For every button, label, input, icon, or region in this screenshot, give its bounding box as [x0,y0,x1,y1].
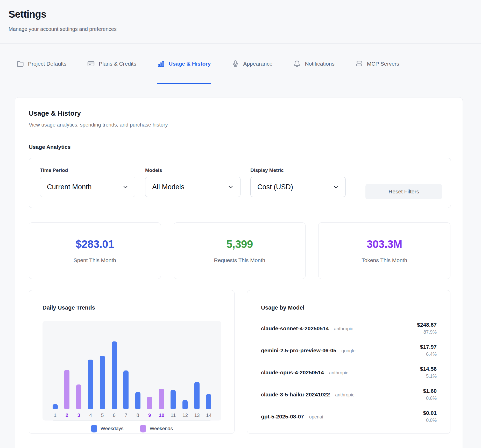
x-axis-label: 1 [53,412,58,418]
model-name: gemini-2.5-pro-preview-06-05 [261,347,336,354]
bar-day-12 [182,400,188,409]
model-usage: $0.010.0% [423,410,437,423]
time-period-select[interactable]: Current Month [40,177,135,197]
bar-day-7 [123,370,129,409]
usage-history-panel: Usage & History View usage analytics, sp… [15,97,463,448]
models-label: Models [145,167,240,173]
stat-label: Requests This Month [214,257,265,263]
x-axis-label: 12 [182,412,188,418]
tab-label: Plans & Credits [99,61,136,67]
x-axis-label: 7 [123,412,129,418]
x-axis-label: 11 [171,412,176,418]
credit-card-icon [87,60,95,68]
bottom-grid: Daily Usage Trends 1234567891011121314 W… [29,290,450,434]
tab-usage-history[interactable]: Usage & History [157,44,211,84]
tab-label: Appearance [243,61,272,67]
chart-title: Daily Usage Trends [43,304,221,311]
tab-plans-credits[interactable]: Plans & Credits [87,44,136,84]
usage-analytics-heading: Usage Analytics [29,144,450,150]
model-provider: google [342,348,356,354]
bar-day-5 [100,356,105,409]
time-period-value: Current Month [47,183,92,191]
display-metric-label: Display Metric [250,167,346,173]
tab-bar: Project DefaultsPlans & CreditsUsage & H… [0,44,481,84]
model-usage: $248.8787.9% [417,322,437,335]
models-select[interactable]: All Models [145,177,240,197]
model-name: claude-opus-4-20250514 [261,369,324,376]
page-subtitle: Manage your account settings and prefere… [9,26,481,32]
x-axis-label: 10 [159,412,164,418]
legend-item-weekdays: Weekdays [91,425,123,432]
tab-appearance[interactable]: Appearance [231,44,272,84]
model-usage: $1.600.6% [423,388,437,401]
page-title: Settings [9,9,481,20]
bar-day-8 [135,392,140,409]
model-name: claude-sonnet-4-20250514 [261,325,329,332]
chevron-down-icon [122,184,129,190]
tab-label: Notifications [305,61,334,67]
model-info: claude-opus-4-20250514anthropic [261,369,348,376]
x-axis-label: 6 [112,412,117,418]
model-cost: $1.60 [423,388,437,394]
model-provider: anthropic [335,392,354,398]
stat-label: Spent This Month [74,257,116,263]
tab-project-defaults[interactable]: Project Defaults [16,44,66,84]
model-percent: 87.9% [417,330,437,335]
model-percent: 0.6% [423,396,437,401]
time-period-label: Time Period [40,167,135,173]
bar-day-10 [159,389,164,409]
model-percent: 6.4% [420,352,437,357]
tab-notifications[interactable]: Notifications [293,44,334,84]
stat-card-tokens-this-month: 303.3MTokens This Month [318,222,450,279]
server-stack-icon [355,60,363,68]
bar-chart-icon [157,60,165,68]
display-metric-select[interactable]: Cost (USD) [250,177,346,197]
chart-legend: WeekdaysWeekends [43,425,221,432]
legend-swatch [140,425,146,432]
model-row: claude-sonnet-4-20250514anthropic$248.87… [261,317,437,339]
tab-mcp-servers[interactable]: MCP Servers [355,44,399,84]
model-usage: $14.565.1% [420,366,437,379]
filters-panel: Time Period Current Month Models All Mod… [29,158,451,208]
chevron-down-icon [333,184,339,190]
model-info: gemini-2.5-pro-preview-06-05google [261,347,356,354]
reset-filters-button[interactable]: Reset Filters [365,184,442,199]
x-axis-label: 4 [88,412,93,418]
model-provider: anthropic [329,370,348,376]
legend-label: Weekdays [101,426,123,431]
models-value: All Models [152,183,185,191]
legend-swatch [91,425,97,432]
bar-day-2 [64,370,69,409]
model-row: claude-opus-4-20250514anthropic$14.565.1… [261,361,437,383]
model-row: claude-3-5-haiku-20241022anthropic$1.600… [261,383,437,405]
stat-value: 5,399 [226,238,253,250]
legend-label: Weekends [150,426,173,431]
usage-by-model-list: claude-sonnet-4-20250514anthropic$248.87… [261,317,437,428]
x-axis-label: 8 [135,412,140,418]
model-name: claude-3-5-haiku-20241022 [261,391,330,398]
display-metric-value: Cost (USD) [257,183,293,191]
x-axis-label: 9 [147,412,152,418]
model-cost: $248.87 [417,322,437,328]
chart-x-axis-labels: 1234567891011121314 [49,409,215,419]
x-axis-label: 14 [206,412,211,418]
tab-label: MCP Servers [367,61,399,67]
model-cost: $17.97 [420,344,437,350]
bar-day-1 [53,404,58,409]
x-axis-label: 2 [64,412,69,418]
bar-day-3 [76,384,81,409]
display-metric-filter: Display Metric Cost (USD) [250,167,346,197]
stat-card-requests-this-month: 5,399Requests This Month [174,222,306,279]
model-row: gemini-2.5-pro-preview-06-05google$17.97… [261,339,437,361]
model-name: gpt-5-2025-08-07 [261,414,304,420]
bar-day-4 [88,360,93,409]
daily-usage-chart-card: Daily Usage Trends 1234567891011121314 W… [29,290,235,434]
model-provider: anthropic [334,326,353,332]
chevron-down-icon [227,184,234,190]
time-period-filter: Time Period Current Month [40,167,135,197]
folder-icon [16,60,24,68]
stat-value: $283.01 [76,238,114,250]
model-cost: $0.01 [423,410,437,416]
legend-item-weekends: Weekends [140,425,173,432]
x-axis-label: 13 [194,412,200,418]
